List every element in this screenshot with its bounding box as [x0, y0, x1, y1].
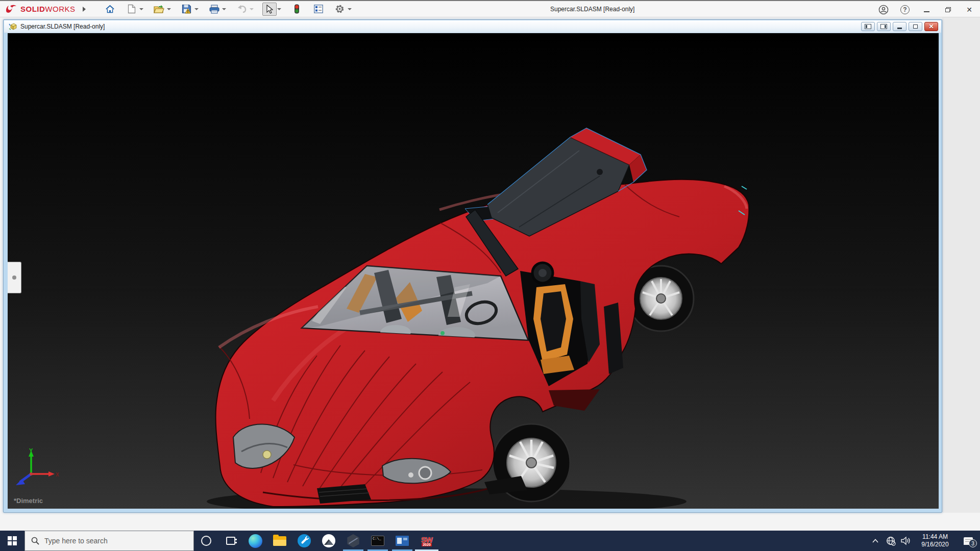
triad-y-label: Y [29, 447, 33, 454]
document-minimize-button[interactable] [893, 22, 906, 31]
taskbar-app-terminal[interactable]: C:\_ [365, 531, 390, 551]
close-button[interactable]: ✕ [963, 3, 976, 16]
document-titlebar[interactable]: Supercar.SLDASM [Read-only] ✕ [4, 20, 941, 33]
open-dropdown[interactable] [167, 8, 171, 10]
toolbar-group-undo [235, 3, 255, 16]
volume-button[interactable] [898, 531, 914, 551]
taskbar-app-hexagon[interactable] [341, 531, 365, 551]
wrench-circle-icon [298, 534, 311, 547]
headlight-left-bulb [263, 450, 271, 459]
collapse-left-pane-button[interactable] [861, 22, 875, 31]
app-title: Supercar.SLDASM [Read-only] [550, 6, 634, 13]
taskbar-app-photos[interactable] [316, 531, 341, 551]
taskbar-clock[interactable]: 11:44 AM 9/16/2020 [916, 533, 954, 548]
main-toolbar [103, 3, 359, 16]
windows-logo-icon [8, 536, 17, 545]
solidworks-logo-icon [5, 4, 18, 14]
pane-tab-dot-icon [12, 276, 16, 280]
select-tool-button[interactable] [262, 3, 277, 16]
new-document-button[interactable] [125, 3, 139, 16]
account-button[interactable] [877, 3, 890, 16]
document-close-icon: ✕ [928, 23, 934, 30]
select-cursor-icon [266, 5, 273, 14]
task-view-icon [226, 537, 235, 545]
restore-button[interactable] [941, 3, 954, 16]
triad-x-label: X [56, 472, 59, 478]
minimize-button[interactable] [920, 3, 933, 16]
taskbar-app-edge[interactable] [243, 531, 267, 551]
taskbar-app-solidworks[interactable]: SW 2020 [414, 531, 439, 551]
sill-shadow [549, 389, 600, 411]
settings-dropdown[interactable] [348, 8, 352, 10]
photos-icon [322, 534, 335, 547]
view-orientation-label: *Dimetric [14, 497, 43, 505]
toolbar-group-home [103, 3, 117, 16]
graphics-viewport[interactable]: Y X *Dimetric [8, 33, 939, 509]
new-document-icon [128, 4, 136, 14]
toolbar-group-select [262, 3, 283, 16]
solidworks-logo: SOLIDWORKS [5, 4, 76, 14]
document-restore-icon [913, 24, 918, 29]
print-button[interactable] [207, 3, 222, 16]
brand-bold: SOLID [20, 5, 45, 13]
dash-indicator-light [440, 331, 445, 335]
menu-expand-arrow-icon[interactable] [83, 7, 86, 12]
solidworks-logo-text: SOLIDWORKS [20, 5, 76, 13]
action-center-button[interactable]: 3 [957, 531, 980, 551]
help-button[interactable]: ? [898, 3, 912, 16]
headlight-right-projector [419, 467, 431, 479]
app-titlebar: SOLIDWORKS [0, 0, 980, 17]
start-button[interactable] [0, 531, 24, 551]
save-icon [182, 4, 191, 14]
print-dropdown[interactable] [222, 8, 226, 10]
traffic-light-icon [294, 4, 300, 14]
select-tool-dropdown[interactable] [277, 8, 281, 10]
save-dropdown[interactable] [194, 8, 199, 10]
toolbar-group-settings [333, 3, 353, 16]
taskbar-search[interactable]: Type here to search [24, 531, 194, 551]
home-icon [105, 5, 115, 14]
document-restore-button[interactable] [909, 22, 922, 31]
home-button[interactable] [103, 3, 117, 16]
undo-button[interactable] [235, 3, 249, 16]
document-title: Supercar.SLDASM [Read-only] [20, 23, 105, 30]
document-close-button[interactable]: ✕ [924, 22, 938, 31]
design-report-icon [314, 5, 323, 13]
task-view-button[interactable] [218, 531, 243, 551]
taskbar-app-settings-tool[interactable] [292, 531, 316, 551]
feature-manager-collapsed-tab[interactable] [8, 262, 21, 293]
network-status-button[interactable] [883, 531, 898, 551]
solidworks-icon-year: 2020 [422, 543, 432, 546]
assembly-document-icon [8, 22, 17, 31]
door-latch [597, 169, 603, 175]
settings-button[interactable] [333, 3, 347, 16]
supercar-3d-model[interactable] [8, 33, 939, 509]
restore-icon [945, 7, 951, 12]
help-icon: ? [900, 5, 910, 14]
new-document-dropdown[interactable] [139, 8, 143, 10]
design-report-button[interactable] [311, 3, 326, 16]
open-button[interactable] [152, 3, 166, 16]
screen: SOLIDWORKS [0, 0, 980, 551]
collapse-right-pane-button[interactable] [877, 22, 891, 31]
file-explorer-icon [273, 536, 286, 546]
toolbar-group-print [207, 3, 228, 16]
rebuild-button[interactable] [290, 3, 304, 16]
toolbar-group-report [311, 3, 326, 16]
document-minimize-icon [897, 28, 902, 29]
cortana-button[interactable] [194, 531, 218, 551]
search-placeholder-text: Type here to search [44, 537, 108, 545]
mdi-background-area [942, 17, 980, 513]
save-button[interactable] [180, 3, 194, 16]
globe-no-internet-icon [886, 536, 896, 546]
taskbar-app-file-explorer[interactable] [267, 531, 292, 551]
minimize-icon [924, 11, 929, 12]
undo-dropdown[interactable] [250, 8, 254, 10]
print-icon [209, 5, 219, 14]
document-window-controls: ✕ [861, 22, 938, 31]
toolbar-group-new [125, 3, 145, 16]
taskbar-app-blue-window[interactable] [390, 531, 414, 551]
app-window-controls: ? ✕ [877, 2, 976, 17]
tray-expand-button[interactable] [868, 531, 883, 551]
search-icon [31, 537, 39, 545]
